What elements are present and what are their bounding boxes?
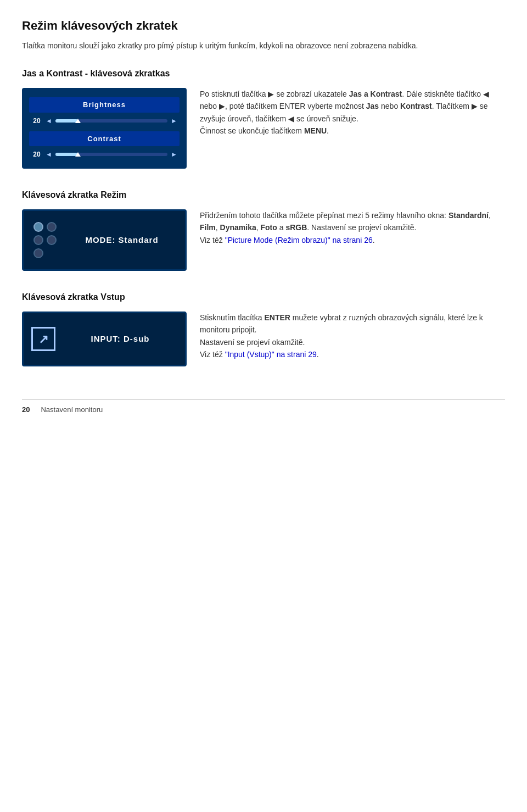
osd-input-screen: ↗ INPUT: D-sub bbox=[22, 312, 187, 366]
brightness-arrow-left-icon: ◄ bbox=[46, 116, 52, 126]
desc-mode-bold2: Film bbox=[200, 223, 216, 232]
desc-mode-part3: . Nastavení se projeví okamžitě. bbox=[307, 223, 416, 232]
desc-mode-bold3: Dynamika bbox=[220, 223, 256, 232]
section-heading-brightness: Jas a Kontrast - klávesová zkratkas bbox=[22, 67, 505, 80]
intro-text: Tlaítka monitoru slouží jako zkratky pro… bbox=[22, 40, 505, 52]
osd-brightness-contrast-screen: Brightness 20 ◄ ► Contrast 20 ◄ bbox=[22, 88, 187, 169]
desc-mode-bold4: Foto bbox=[261, 223, 277, 232]
mode-icon-row-2 bbox=[33, 235, 57, 245]
desc-bc-part1: Po stisknutí tlačítka ▶ se zobrazí ukaza… bbox=[200, 90, 349, 98]
desc-mode-link-line: Viz též "Picture Mode (Režim obrazu)" na… bbox=[200, 234, 505, 246]
input-label: INPUT: D-sub bbox=[63, 333, 177, 346]
desc-input-link-line: Viz též "Input (Vstup)" na strani 29. bbox=[200, 348, 505, 360]
mode-label: MODE: Standard bbox=[64, 234, 180, 247]
desc-mode-link[interactable]: "Picture Mode (Režim obrazu)" na strani … bbox=[225, 236, 373, 244]
osd-mode-screen: MODE: Standard bbox=[22, 209, 187, 271]
section-input: Klávesová zkratka Vstup ↗ INPUT: D-sub S… bbox=[22, 291, 505, 366]
footer-page-label: Nastavení monitoru bbox=[41, 404, 103, 415]
desc-input-part1: Stisknutím tlacítka bbox=[200, 313, 264, 322]
brightness-slider-thumb bbox=[75, 119, 81, 123]
brightness-slider-row: 20 ◄ ► bbox=[29, 116, 180, 126]
contrast-arrow-right-icon: ► bbox=[171, 149, 177, 159]
page-footer: 20 Nastavení monitoru bbox=[22, 399, 505, 415]
mode-description: Přidržením tohoto tlačítka můžete přepín… bbox=[200, 209, 505, 246]
desc-mode-bold1: Standardní bbox=[448, 211, 489, 220]
osd-brightness-row: Brightness 20 ◄ ► bbox=[29, 97, 180, 126]
contrast-arrow-left-icon: ◄ bbox=[46, 149, 52, 159]
mode-icon-row-3 bbox=[33, 248, 57, 258]
osd-mode-icons bbox=[29, 222, 57, 258]
footer-page-number: 20 bbox=[22, 404, 30, 415]
osd-contrast-row: Contrast 20 ◄ ► bbox=[29, 131, 180, 160]
contrast-slider-track bbox=[55, 153, 167, 156]
brightness-contrast-description: Po stisknutí tlačítka ▶ se zobrazí ukaza… bbox=[200, 88, 505, 137]
contrast-slider-thumb bbox=[75, 152, 81, 157]
section-heading-mode: Klávesová zkratka Režim bbox=[22, 188, 505, 202]
brightness-value: 20 bbox=[31, 116, 42, 126]
section-brightness-contrast: Jas a Kontrast - klávesová zkratkas Brig… bbox=[22, 67, 505, 169]
input-layout: ↗ INPUT: D-sub Stisknutím tlacítka ENTER… bbox=[22, 312, 505, 366]
input-arrow-icon: ↗ bbox=[38, 330, 48, 348]
desc-input-link-prefix: Viz též bbox=[200, 350, 225, 359]
brightness-label: Brightness bbox=[29, 97, 180, 113]
contrast-value: 20 bbox=[31, 149, 42, 159]
desc-input-link[interactable]: "Input (Vstup)" na strani 29 bbox=[225, 350, 317, 359]
desc-input-immediate: Nastavení se projeví okamžitě. bbox=[200, 336, 505, 348]
mode-icon-row-1 bbox=[33, 222, 57, 232]
brightness-arrow-right-icon: ► bbox=[171, 116, 177, 126]
desc-mode-bold5: sRGB bbox=[285, 223, 307, 232]
desc-bc-part3: nebo bbox=[379, 102, 400, 110]
contrast-slider-fill bbox=[55, 153, 78, 156]
desc-mode-sep1: , bbox=[489, 211, 491, 220]
mode-circle-3 bbox=[33, 235, 43, 245]
desc-bc-bold2: Jas bbox=[366, 102, 379, 110]
input-description: Stisknutím tlacítka ENTER mužete vybrat … bbox=[200, 312, 505, 361]
desc-mode-part2: a bbox=[277, 223, 286, 232]
brightness-contrast-layout: Brightness 20 ◄ ► Contrast 20 ◄ bbox=[22, 88, 505, 169]
section-mode: Klávesová zkratka Režim MODE: Standard bbox=[22, 188, 505, 271]
mode-circle-1 bbox=[33, 222, 43, 232]
mode-circle-4 bbox=[47, 235, 57, 245]
desc-input-link-suffix: . bbox=[317, 350, 319, 359]
desc-mode-part1: Přidržením tohoto tlačítka můžete přepín… bbox=[200, 211, 448, 220]
section-heading-input: Klávesová zkratka Vstup bbox=[22, 291, 505, 304]
brightness-slider-fill bbox=[55, 119, 78, 123]
desc-bc-bold3: Kontrast bbox=[400, 102, 432, 110]
contrast-slider-row: 20 ◄ ► bbox=[29, 149, 180, 159]
mode-circle-2 bbox=[47, 222, 57, 232]
page-title: Režim klávesových zkratek bbox=[22, 16, 505, 35]
desc-bc-bold1: Jas a Kontrast bbox=[349, 90, 402, 98]
desc-mode-sep3: , bbox=[256, 223, 261, 232]
desc-input-enter: ENTER bbox=[264, 313, 290, 322]
mode-circle-5 bbox=[33, 248, 43, 258]
brightness-slider-track bbox=[55, 119, 167, 123]
desc-mode-sep2: , bbox=[216, 223, 220, 232]
contrast-label: Contrast bbox=[29, 131, 180, 147]
desc-mode-link-prefix: Viz též bbox=[200, 236, 225, 244]
osd-input-icon: ↗ bbox=[31, 327, 55, 351]
desc-bc-menu: Činnost se ukončuje tlačítkem MENU. bbox=[200, 125, 505, 137]
mode-layout: MODE: Standard Přidržením tohoto tlačítk… bbox=[22, 209, 505, 271]
desc-mode-link-suffix: . bbox=[373, 236, 375, 244]
